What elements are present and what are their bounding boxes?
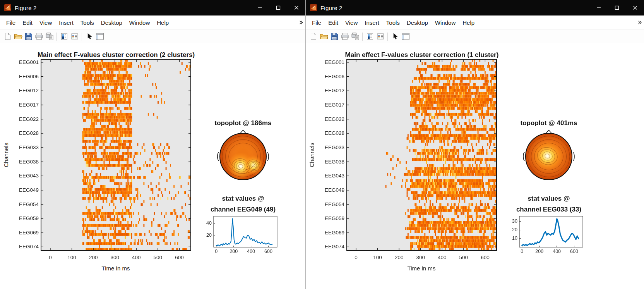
close-icon <box>294 5 299 10</box>
ytick-label-EEG038: EEG038 <box>320 158 344 165</box>
ytick-label-EEG043: EEG043 <box>14 172 39 179</box>
print-preview-icon <box>45 33 54 40</box>
titlebar[interactable]: Figure 2 <box>0 0 305 15</box>
menu-tools[interactable]: Tools <box>77 18 98 27</box>
heatmap-plot[interactable] <box>346 59 497 251</box>
window-title: Figure 2 <box>15 5 37 11</box>
menu-desktop[interactable]: Desktop <box>98 18 126 27</box>
ytick-label-EEG069: EEG069 <box>320 229 344 236</box>
open-folder-icon <box>14 33 22 40</box>
ytick-label-EEG001: EEG001 <box>320 59 344 66</box>
menu-edit[interactable]: Edit <box>325 18 342 27</box>
toolbar-save-figure-button[interactable] <box>329 31 339 42</box>
window-controls <box>251 0 305 15</box>
colorbar-icon <box>60 33 68 40</box>
close-button[interactable] <box>626 0 644 15</box>
xtick-label-300: 300 <box>103 254 127 261</box>
menu-view[interactable]: View <box>342 18 361 27</box>
x-axis-label: Time in ms <box>69 265 162 272</box>
xtick-label-0: 0 <box>39 254 62 261</box>
ytick-label-EEG038: EEG038 <box>14 158 39 165</box>
toolbar-colorbar-button[interactable] <box>365 31 375 42</box>
legend-icon <box>377 33 384 40</box>
toolbar-separator <box>82 33 82 41</box>
menu-insert[interactable]: Insert <box>55 18 77 27</box>
maximize-button[interactable] <box>269 0 287 15</box>
toolbar-edit-plot-button[interactable] <box>390 31 400 42</box>
menubar: FileEditViewInsertToolsDesktopWindowHelp <box>306 15 644 30</box>
save-icon <box>25 33 33 40</box>
titlebar[interactable]: Figure 2 <box>306 0 644 15</box>
ytick-label-EEG049: EEG049 <box>320 187 344 194</box>
stat-values-plot[interactable] <box>507 213 589 255</box>
toolbar-new-file-button[interactable] <box>2 31 13 42</box>
maximize-icon <box>276 5 281 10</box>
toolbar-new-file-button[interactable] <box>308 31 319 42</box>
toolbar-separator <box>387 33 388 41</box>
topoplot[interactable] <box>520 126 578 184</box>
stat-title-line1: stat values @ <box>185 194 301 203</box>
ytick-label-EEG059: EEG059 <box>320 215 344 222</box>
ytick-label-EEG017: EEG017 <box>14 101 39 108</box>
toolbar-print-preview-button[interactable] <box>350 31 360 42</box>
toolbar-show-plot-tools-button[interactable] <box>94 31 105 42</box>
toolbar-show-plot-tools-button[interactable] <box>400 31 411 42</box>
heatmap-title: Main effect F-values cluster correction … <box>313 51 530 59</box>
xtick-label-100: 100 <box>60 254 84 261</box>
figure-canvas-area: Main effect F-values cluster correction … <box>306 43 644 289</box>
toolbar-print-preview-button[interactable] <box>44 31 55 42</box>
close-button[interactable] <box>287 0 305 15</box>
menu-help[interactable]: Help <box>459 18 478 27</box>
menubar-overflow-icon[interactable] <box>638 21 642 24</box>
y-axis-label: Channels <box>3 130 10 180</box>
figure-toolbar <box>0 30 305 43</box>
toolbar-open-file-button[interactable] <box>13 31 23 42</box>
ytick-label-EEG033: EEG033 <box>320 144 344 151</box>
xtick-label-200: 200 <box>82 254 105 261</box>
stat-values-plot[interactable] <box>201 213 283 255</box>
menu-edit[interactable]: Edit <box>19 18 36 27</box>
heatmap-plot[interactable] <box>41 59 191 251</box>
toolbar-insert-legend-button[interactable] <box>375 31 385 42</box>
open-folder-icon <box>320 33 328 40</box>
toolbar-save-figure-button[interactable] <box>23 31 34 42</box>
ytick-label-EEG054: EEG054 <box>14 201 39 208</box>
menubar-overflow-icon[interactable] <box>299 21 303 24</box>
xtick-label-500: 500 <box>146 254 170 261</box>
maximize-button[interactable] <box>608 0 626 15</box>
menu-file[interactable]: File <box>3 18 19 27</box>
figure-window-2: Figure 2 FileEditViewInsertToolsDesktopW… <box>306 0 644 289</box>
toolbar-colorbar-button[interactable] <box>59 31 69 42</box>
ytick-label-EEG001: EEG001 <box>14 59 39 66</box>
menu-tools[interactable]: Tools <box>383 18 403 27</box>
figure-toolbar <box>306 30 644 43</box>
menu-view[interactable]: View <box>36 18 55 27</box>
menu-window[interactable]: Window <box>432 18 459 27</box>
xtick-label-400: 400 <box>125 254 148 261</box>
minimize-button[interactable] <box>589 0 608 15</box>
toolbar-separator <box>57 33 57 41</box>
ytick-label-EEG033: EEG033 <box>14 144 39 151</box>
toolbar-open-file-button[interactable] <box>319 31 329 42</box>
menu-desktop[interactable]: Desktop <box>403 18 432 27</box>
minimize-button[interactable] <box>251 0 269 15</box>
toolbar-print-figure-button[interactable] <box>339 31 350 42</box>
ytick-label-EEG074: EEG074 <box>320 243 344 250</box>
menu-insert[interactable]: Insert <box>361 18 383 27</box>
ytick-label-EEG006: EEG006 <box>14 73 39 80</box>
xtick-label-600: 600 <box>473 254 497 261</box>
topoplot[interactable] <box>214 126 272 184</box>
stat-title-line1: stat values @ <box>491 194 607 203</box>
menu-file[interactable]: File <box>308 18 325 27</box>
menu-help[interactable]: Help <box>153 18 172 27</box>
ytick-label-EEG028: EEG028 <box>320 130 344 137</box>
legend-icon <box>71 33 79 40</box>
menubar: FileEditViewInsertToolsDesktopWindowHelp <box>0 15 305 30</box>
toolbar-insert-legend-button[interactable] <box>69 31 80 42</box>
xtick-label-400: 400 <box>430 254 454 261</box>
print-preview-icon <box>351 33 360 40</box>
menu-window[interactable]: Window <box>126 18 153 27</box>
xtick-label-500: 500 <box>452 254 475 261</box>
toolbar-edit-plot-button[interactable] <box>84 31 94 42</box>
toolbar-print-figure-button[interactable] <box>34 31 44 42</box>
